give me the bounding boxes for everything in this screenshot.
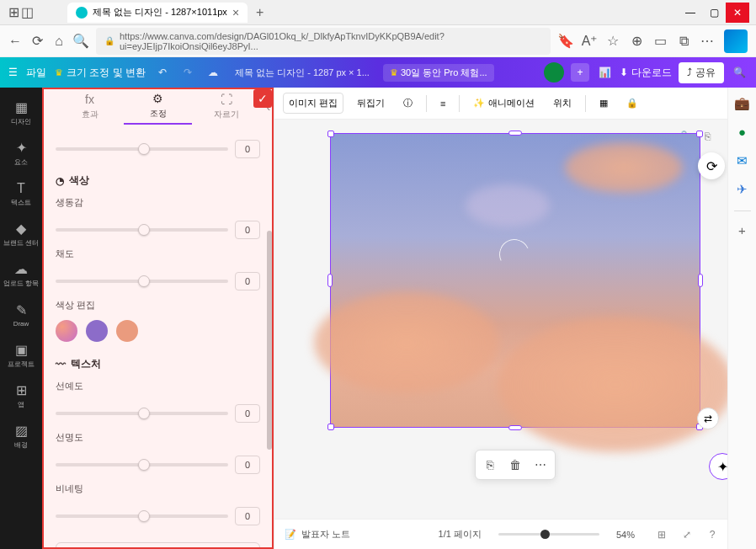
flip-button[interactable]: 뒤집기 — [352, 93, 390, 113]
vivid-slider[interactable] — [56, 228, 228, 232]
home-icon[interactable]: ⌂ — [52, 35, 66, 48]
magic-refresh-button[interactable]: ⟳ — [698, 152, 725, 179]
grid-view-icon[interactable]: ⊞ — [653, 526, 670, 543]
copilot-icon[interactable] — [724, 29, 748, 53]
rail-design[interactable]: ▦디자인 — [3, 94, 40, 131]
slider-track[interactable] — [56, 147, 228, 151]
slider-value[interactable]: 0 — [235, 140, 260, 158]
resize-handle[interactable] — [327, 274, 333, 287]
undo-icon[interactable]: ↶ — [154, 67, 171, 78]
vertical-tabs-icon[interactable]: ⊞ — [7, 6, 20, 19]
rail-projects[interactable]: ▣프로젝트 — [3, 337, 40, 374]
rail-draw[interactable]: ✎Draw — [3, 296, 40, 333]
address-bar[interactable]: 🔒 https://www.canva.com/design/DAGl01Okq… — [96, 28, 551, 55]
swatch-peach[interactable] — [116, 320, 138, 342]
help-icon[interactable]: ? — [704, 526, 721, 543]
shopping-tag-icon[interactable]: 🔖 — [559, 35, 572, 48]
resize-handle[interactable] — [696, 131, 703, 137]
sharpness-slider[interactable] — [56, 412, 228, 415]
rail-text[interactable]: T텍스트 — [3, 175, 40, 212]
rail-brand[interactable]: ◆브랜드 센터 — [3, 216, 40, 253]
new-tab-button[interactable]: + — [256, 5, 264, 20]
sharpness-value[interactable]: 0 — [235, 404, 260, 423]
transparency-icon[interactable]: ▦ — [594, 94, 613, 112]
swatch-gradient[interactable] — [56, 320, 77, 342]
vignette-value[interactable]: 0 — [235, 507, 260, 525]
align-icon[interactable]: ≡ — [435, 95, 450, 112]
resize-handle[interactable] — [327, 131, 334, 137]
extensions-icon[interactable]: ⊕ — [630, 35, 643, 48]
close-tab-icon[interactable]: × — [232, 6, 239, 19]
duplicate-icon[interactable]: ⎘ — [479, 454, 501, 476]
vignette-slider[interactable] — [56, 514, 228, 518]
more-icon[interactable]: ⋯ — [700, 35, 714, 48]
share-button[interactable]: ⤴ 공유 — [679, 62, 724, 83]
zoom-thumb[interactable] — [540, 530, 550, 539]
tab-effects[interactable]: fx효과 — [56, 93, 124, 124]
outlook-icon[interactable]: ✉ — [734, 153, 751, 170]
tab-actions-icon[interactable]: ◫ — [20, 6, 34, 19]
swatch-purple[interactable] — [86, 320, 108, 342]
tab-adjust[interactable]: ⚙조정 — [124, 92, 192, 125]
back-icon[interactable]: ← — [8, 35, 22, 48]
rail-apps[interactable]: ⊞앱 — [3, 377, 40, 414]
rail-upload[interactable]: ☁업로드 항목 — [3, 256, 40, 293]
edit-image-button[interactable]: 이미지 편집 — [283, 93, 343, 114]
send-icon[interactable]: ✈ — [734, 182, 751, 199]
design-title[interactable]: 제목 없는 디자인 - 1287 px × 1... — [235, 67, 370, 79]
sidebar-add-icon[interactable]: + — [734, 223, 751, 240]
analytics-icon[interactable]: 📊 — [596, 67, 613, 78]
user-avatar[interactable] — [544, 62, 564, 83]
info-icon[interactable]: ⓘ — [398, 93, 418, 113]
refresh-icon[interactable]: ⟳ — [30, 35, 44, 48]
canvas-stage[interactable]: 🔓 ⎘ ⊕ ⟳ ⎘ 🗑 — [274, 120, 756, 519]
text-size-icon[interactable]: A⁺ — [583, 35, 596, 48]
briefcase-icon[interactable]: 💼 — [734, 96, 751, 113]
add-member-button[interactable]: + — [571, 63, 589, 82]
browser-tab[interactable]: 제목 없는 디자인 - 1287×1011px × — [67, 3, 248, 23]
clarity-value[interactable]: 0 — [235, 456, 260, 474]
presenter-notes-button[interactable]: 📝발표자 노트 — [285, 528, 350, 541]
window-close[interactable]: ✕ — [726, 3, 749, 23]
slider-thumb[interactable] — [138, 275, 150, 287]
cloud-sync-icon[interactable]: ☁ — [205, 67, 221, 78]
slider-thumb[interactable] — [138, 510, 150, 522]
more-options-icon[interactable]: ⋯ — [530, 454, 551, 476]
redo-icon[interactable]: ↷ — [179, 67, 196, 78]
slider-thumb[interactable] — [138, 459, 150, 471]
exchange-icon[interactable]: ⇄ — [697, 408, 719, 429]
slider-thumb[interactable] — [138, 408, 150, 419]
reset-adjust-button[interactable]: 조정 초기화 — [56, 542, 260, 549]
vivid-value[interactable]: 0 — [235, 221, 260, 239]
animate-button[interactable]: ✨애니메이션 — [468, 93, 540, 113]
slider-thumb[interactable] — [138, 224, 150, 236]
resize-handle[interactable] — [508, 425, 522, 430]
file-menu[interactable]: 파일 — [26, 66, 46, 80]
resize-handle[interactable] — [327, 424, 334, 430]
page-indicator[interactable]: 1/1 페이지 — [439, 528, 482, 541]
pro-trial-button[interactable]: ♛ 30일 동안 Pro 체험... — [383, 64, 494, 82]
resize-menu[interactable]: ♛ 크기 조정 및 변환 — [55, 66, 146, 80]
slider-thumb[interactable] — [138, 143, 150, 155]
selected-image[interactable]: ⟳ — [330, 133, 700, 428]
resize-handle[interactable] — [698, 274, 703, 287]
panel-scrollbar[interactable] — [267, 231, 272, 450]
saturation-value[interactable]: 0 — [235, 272, 260, 290]
tab-crop[interactable]: ⛶자르기 — [192, 93, 260, 124]
window-minimize[interactable]: — — [679, 3, 702, 23]
zoom-slider[interactable] — [498, 533, 599, 536]
saturation-slider[interactable] — [56, 280, 228, 283]
download-button[interactable]: ⬇ 다운로드 — [620, 66, 672, 80]
xbox-icon[interactable]: ● — [734, 125, 751, 141]
zoom-value[interactable]: 54% — [616, 530, 635, 540]
favorite-icon[interactable]: ☆ — [606, 35, 620, 48]
fullscreen-icon[interactable]: ⤢ — [679, 526, 695, 543]
clarity-slider[interactable] — [56, 463, 228, 466]
search-icon[interactable]: 🔍 — [74, 35, 88, 48]
delete-icon[interactable]: 🗑 — [504, 454, 526, 476]
window-maximize[interactable]: ▢ — [702, 3, 726, 23]
header-search-icon[interactable]: 🔍 — [731, 67, 748, 78]
menu-icon[interactable]: ☰ — [8, 67, 18, 78]
rail-background[interactable]: ▨배경 — [3, 418, 40, 455]
browser-tools-icon[interactable]: ⧉ — [677, 35, 690, 48]
